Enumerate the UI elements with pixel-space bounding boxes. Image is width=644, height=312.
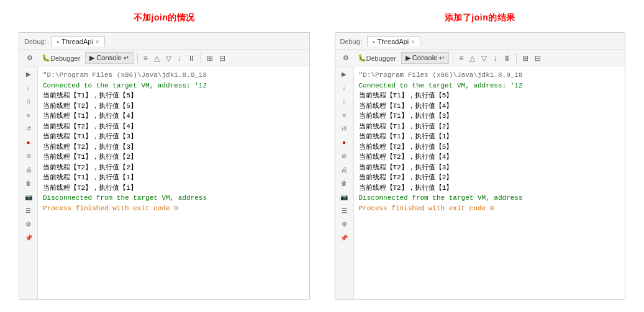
console-line: 当前线程【T1】，执行值【4】 [359,101,620,112]
right-print-btn[interactable]: 🖨 [338,164,350,174]
console-line: "D:\Program Files (x86)\Java\jdk1.8.0_18 [359,70,620,81]
right-ide-window: Debug: ▪ ThreadApi × ⚙ 🐛 Debugger ▶ [335,32,626,300]
left-record-btn[interactable]: ● [22,137,35,147]
left-step-over-btn[interactable]: ↓ [22,82,35,92]
right-settings-btn[interactable]: ⚙ [338,219,350,229]
left-section: 不加join的情况 Debug: ▪ ThreadApi × ⚙ 🐛 Debug… [19,12,310,300]
left-mute-btn[interactable]: ⊘ [22,151,35,161]
right-hide-btn[interactable]: ⊟ [533,53,543,63]
right-tab-close[interactable]: × [411,38,415,45]
left-tab-name: ThreadApi [61,38,93,45]
console-line: Connected to the target VM, address: '12 [359,81,620,91]
left-tab-icon: ▪ [57,38,59,45]
right-debug-label: Debug: [340,38,362,45]
left-hide-btn[interactable]: ⊟ [217,53,227,63]
right-step-over-btn[interactable]: ↓ [338,82,350,92]
right-debugger-icon: 🐛 [358,54,366,63]
right-console: "D:\Program Files (x86)\Java\jdk1.8.0_18… [354,66,625,299]
right-tab-name: ThreadApi [378,38,409,45]
right-ide-content: ▶ ↓ ⏸ ■ ↺ ● ⊘ 🖨 🗑 📷 ☰ ⚙ 📌 "D:\Program Fi… [335,66,625,299]
left-ide-header: Debug: ▪ ThreadApi × [19,33,309,50]
gear-icon: ⚙ [25,54,34,63]
left-cam-btn[interactable]: 📷 [22,192,35,202]
console-line: 当前线程【T2】，执行值【5】 [359,142,620,153]
left-debugger-label: Debugger [50,55,80,62]
right-console-label: Console ↵ [412,54,445,62]
left-settings-btn[interactable]: ⚙ [22,219,35,229]
right-ide-tab[interactable]: ▪ ThreadApi × [367,36,420,47]
console-line: 当前线程【T2】，执行值【1】 [359,183,620,194]
left-debug-label: Debug: [24,38,46,45]
left-ide-content: ▶ ↓ ⏸ ■ ↺ ● ⊘ 🖨 🗑 📷 ☰ ⚙ 📌 "D:\Program Fi… [19,66,309,299]
right-step-btn[interactable]: ↓ [491,53,499,63]
left-rerun-btn[interactable]: ↺ [22,123,35,133]
right-grid-btn[interactable]: ⊞ [520,53,530,63]
right-ide-header: Debug: ▪ ThreadApi × [335,33,625,50]
right-toolbar: ⚙ 🐛 Debugger ▶ Console ↵ ≡ △ ▽ ↓ ⏸ ⊞ ⊟ [335,50,625,66]
left-down-btn[interactable]: ▽ [164,53,173,63]
left-ide-window: Debug: ▪ ThreadApi × ⚙ 🐛 Debugger ▶ [19,32,310,300]
console-line: 当前线程【T2】，执行值【3】 [43,142,304,153]
left-console: "D:\Program Files (x86)\Java\jdk1.8.0_18… [38,66,309,299]
console-line: Process finished with exit code 0 [359,203,620,214]
right-align-btn[interactable]: ≡ [457,53,465,63]
left-pin-btn[interactable]: 📌 [22,233,35,243]
left-step-btn[interactable]: ↓ [176,53,183,63]
console-line: 当前线程【T2】，执行值【1】 [43,183,304,194]
left-up-btn[interactable]: △ [152,53,161,63]
left-sep1 [137,53,138,63]
left-delete-btn[interactable]: 🗑 [22,178,35,188]
left-align-btn[interactable]: ≡ [142,53,150,63]
console-line: 当前线程【T1】，执行值【4】 [43,111,304,122]
console-line: 当前线程【T2】，执行值【5】 [43,101,304,112]
console-line: 当前线程【T2】，执行值【4】 [43,122,304,132]
right-down-btn[interactable]: ▽ [479,53,489,63]
right-play-btn[interactable]: ▶ [338,69,350,79]
console-line: Disconnected from the target VM, address [359,193,620,203]
right-record-btn[interactable]: ● [338,137,350,147]
console-line: 当前线程【T1】，执行值【1】 [359,131,620,142]
right-pin-btn[interactable]: 📌 [338,233,350,243]
console-line: 当前线程【T1】，执行值【3】 [43,131,304,142]
console-line: "D:\Program Files (x86)\Java\jdk1.8.0_18 [43,70,304,81]
right-up-btn[interactable]: △ [468,53,477,63]
left-sep2 [201,53,201,63]
console-line: 当前线程【T2】，执行值【2】 [359,172,620,183]
left-console-btn[interactable]: ▶ Console ↵ [85,52,133,64]
right-debugger-label: Debugger [366,55,396,62]
left-title: 不加join的情况 [19,12,310,24]
console-line: 当前线程【T2】，执行值【3】 [359,163,620,173]
right-gear-btn[interactable]: ⚙ [339,53,353,64]
right-mute-btn[interactable]: ⊘ [338,151,350,161]
console-line: 当前线程【T1】，执行值【2】 [359,122,620,132]
left-debugger-btn[interactable]: 🐛 Debugger [39,53,83,64]
right-debugger-btn[interactable]: 🐛 Debugger [355,53,399,64]
right-rerun-btn[interactable]: ↺ [338,123,350,133]
right-delete-btn[interactable]: 🗑 [338,178,350,188]
left-print-btn[interactable]: 🖨 [22,164,35,174]
right-pause2-btn[interactable]: ⏸ [338,96,350,106]
right-list-btn[interactable]: ☰ [338,205,350,215]
left-sidebar: ▶ ↓ ⏸ ■ ↺ ● ⊘ 🖨 🗑 📷 ☰ ⚙ 📌 [19,66,38,299]
right-pause-btn[interactable]: ⏸ [501,53,512,63]
console-line: 当前线程【T2】，执行值【2】 [43,163,304,173]
right-section: 添加了join的结果 Debug: ▪ ThreadApi × ⚙ 🐛 Debu… [335,12,626,300]
right-console-icon: ▶ [406,54,410,62]
left-ide-tab[interactable]: ▪ ThreadApi × [51,36,104,47]
left-play-btn[interactable]: ▶ [22,69,35,79]
right-stop-btn[interactable]: ■ [338,110,350,120]
left-list-btn[interactable]: ☰ [22,205,35,215]
console-line: 当前线程【T1】，执行值【2】 [43,152,304,163]
left-toolbar: ⚙ 🐛 Debugger ▶ Console ↵ ≡ △ ▽ ↓ ⏸ ⊞ ⊟ [19,50,309,66]
left-gear-btn[interactable]: ⚙ [23,53,37,64]
left-grid-btn[interactable]: ⊞ [205,53,215,63]
left-pause2-btn[interactable]: ⏸ [22,96,35,106]
left-pause-btn[interactable]: ⏸ [186,53,197,63]
right-console-btn[interactable]: ▶ Console ↵ [401,52,449,64]
console-line: Process finished with exit code 0 [43,203,304,214]
console-line: Connected to the target VM, address: '12 [43,81,304,91]
right-tab-icon: ▪ [373,38,375,45]
left-stop-btn[interactable]: ■ [22,110,35,120]
left-tab-close[interactable]: × [96,38,99,45]
right-cam-btn[interactable]: 📷 [338,192,350,202]
